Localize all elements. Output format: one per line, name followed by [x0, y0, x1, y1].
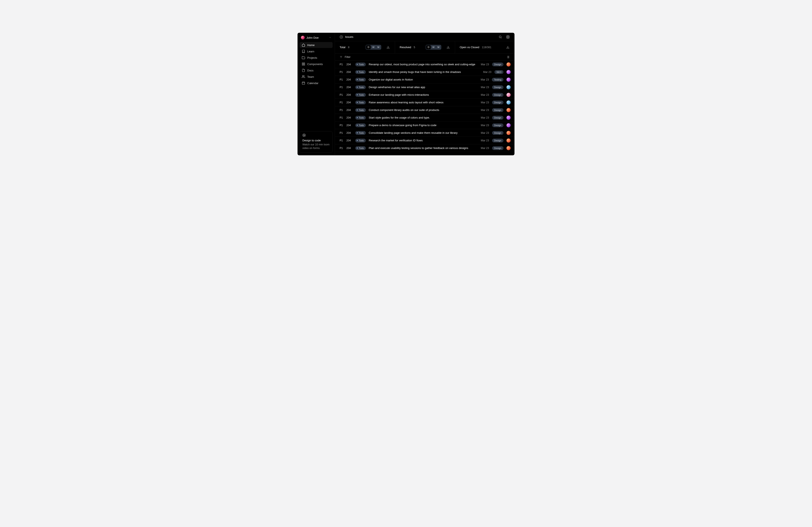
- issue-number: 204: [346, 101, 352, 104]
- issue-row[interactable]: P1204TodoResearch the market for verific…: [335, 137, 514, 144]
- page-title: Issues: [345, 35, 353, 39]
- status-dot-icon: [357, 148, 358, 149]
- stat-cell-resolved: Resolved5DWM: [395, 41, 455, 53]
- assignee-avatar: [506, 70, 511, 74]
- sidebar-item-team[interactable]: Team: [300, 74, 333, 80]
- sidebar-item-calendar[interactable]: Calendar: [300, 80, 333, 86]
- user-menu[interactable]: John Doe: [300, 35, 333, 41]
- home-icon: [302, 43, 305, 47]
- sidebar-item-label: Components: [307, 62, 323, 66]
- issue-title: Design wireframes for our new email alia…: [369, 86, 478, 89]
- issue-title: Raise awareness about learning auto layo…: [369, 101, 478, 104]
- status-dot-icon: [357, 102, 358, 103]
- seg-btn-m[interactable]: M: [376, 45, 381, 49]
- issue-row[interactable]: P1204TodoRevamp our oldest, most boring …: [335, 61, 514, 68]
- status-dot-icon: [357, 87, 358, 88]
- status-dot-icon: [357, 109, 358, 110]
- issue-priority: P1: [339, 116, 344, 119]
- folder-icon: [302, 56, 305, 59]
- stat-cell-open-vs-closed: Open vs Closed118/381: [455, 41, 514, 53]
- download-button[interactable]: [386, 46, 390, 49]
- svg-marker-10: [304, 135, 305, 136]
- segmented-control: DWM: [366, 45, 381, 50]
- grid-icon: [302, 62, 305, 66]
- issue-row[interactable]: P1204TodoOrganize our digital assets in …: [335, 76, 514, 84]
- assignee-avatar: [506, 131, 511, 135]
- issue-date: Mar 23: [481, 93, 489, 96]
- issue-date: Mar 23: [483, 71, 491, 74]
- issue-list[interactable]: P1204TodoRevamp our oldest, most boring …: [335, 61, 514, 155]
- issue-row[interactable]: P1204TodoConduct component library audit…: [335, 106, 514, 114]
- issue-date: Mar 23: [481, 147, 489, 150]
- svg-rect-3: [302, 64, 303, 65]
- status-dot-icon: [357, 125, 358, 126]
- sidebar-item-label: Home: [307, 44, 315, 47]
- sidebar-item-learn[interactable]: Learn: [300, 48, 333, 54]
- issue-row[interactable]: P1204TodoRaise awareness about learning …: [335, 99, 514, 106]
- issue-priority: P1: [339, 71, 344, 74]
- seg-btn-w[interactable]: W: [431, 45, 436, 49]
- status-badge: Todo: [355, 62, 366, 66]
- issue-tag: Design: [492, 93, 504, 97]
- search-button[interactable]: [497, 34, 503, 40]
- svg-rect-5: [302, 82, 305, 85]
- issue-row[interactable]: P1204TodoIdentify and smash those pesky …: [335, 68, 514, 76]
- app-window: John Doe HomeLearnProjectsComponentsDocs…: [298, 33, 514, 155]
- issue-row[interactable]: P1204TodoEnhance our landing page with m…: [335, 91, 514, 99]
- status-dot-icon: [357, 79, 358, 80]
- seg-btn-d[interactable]: D: [426, 45, 431, 49]
- issue-row[interactable]: P1204TodoDesign wireframes for our new e…: [335, 84, 514, 91]
- issue-title: Organize our digital assets in Notion: [369, 78, 478, 81]
- layout-button[interactable]: [505, 34, 511, 40]
- calendar-icon: [302, 81, 305, 85]
- issue-date: Mar 23: [481, 109, 489, 111]
- issue-priority: P1: [339, 86, 344, 89]
- download-button[interactable]: [506, 46, 510, 49]
- assignee-avatar: [506, 85, 511, 89]
- sidebar-item-label: Calendar: [307, 81, 318, 85]
- seg-btn-d[interactable]: D: [366, 45, 371, 49]
- issue-priority: P1: [339, 78, 344, 81]
- issue-row[interactable]: P1204TodoPrepare a demo to showcase goin…: [335, 121, 514, 129]
- status-badge: Todo: [355, 123, 366, 127]
- sidebar-item-components[interactable]: Components: [300, 61, 333, 67]
- download-icon: [447, 46, 450, 49]
- issue-title: Research the market for verification ID …: [369, 139, 478, 142]
- seg-btn-m[interactable]: M: [436, 45, 441, 49]
- issue-row[interactable]: P1204TodoStart style guides for the usag…: [335, 114, 514, 121]
- status-badge: Todo: [355, 93, 366, 97]
- filter-label[interactable]: Filter: [345, 56, 351, 59]
- user-name: John Doe: [306, 36, 327, 39]
- sidebar-item-projects[interactable]: Projects: [300, 55, 333, 61]
- promo-card[interactable]: Design to code Watch our 10 min loom vid…: [300, 131, 333, 153]
- issue-date: Mar 23: [481, 116, 489, 119]
- issue-tag: Design: [492, 108, 504, 112]
- download-button[interactable]: [446, 46, 450, 49]
- issue-priority: P1: [339, 109, 344, 111]
- issue-priority: P1: [339, 139, 344, 142]
- status-dot-icon: [357, 94, 358, 95]
- issue-priority: P1: [339, 147, 344, 150]
- issue-title: Conduct component library audits on our …: [369, 108, 478, 111]
- issue-date: Mar 23: [481, 63, 489, 66]
- assignee-avatar: [506, 77, 511, 82]
- status-badge: Todo: [355, 146, 366, 150]
- promo-title: Design to code: [302, 139, 330, 142]
- svg-rect-0: [302, 63, 303, 64]
- seg-btn-w[interactable]: W: [371, 45, 376, 49]
- issue-tag: SEO: [494, 70, 504, 74]
- issue-row[interactable]: P1204TodoConsolidate landing page sectio…: [335, 129, 514, 137]
- filter-icon[interactable]: [339, 56, 343, 59]
- sidebar: John Doe HomeLearnProjectsComponentsDocs…: [298, 33, 335, 155]
- sidebar-item-label: Docs: [307, 69, 314, 72]
- issue-tag: Design: [492, 85, 504, 89]
- issue-row[interactable]: P1204TodoPlan and execute usability test…: [335, 144, 514, 152]
- sidebar-item-docs[interactable]: Docs: [300, 67, 333, 73]
- play-circle-icon: [302, 134, 330, 138]
- plus-circle-icon[interactable]: [339, 35, 343, 39]
- sidebar-item-home[interactable]: Home: [300, 42, 333, 48]
- status-dot-icon: [357, 140, 358, 141]
- status-badge: Todo: [355, 116, 366, 120]
- book-icon: [302, 50, 305, 53]
- list-view-button[interactable]: [505, 54, 511, 60]
